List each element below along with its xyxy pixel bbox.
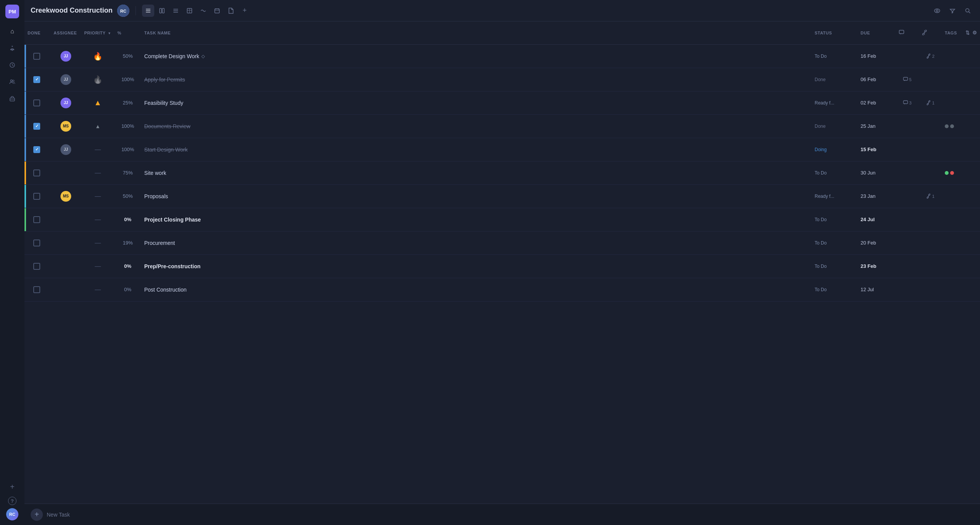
filter-button[interactable] [946,5,959,17]
due-value: 06 Feb [861,77,876,82]
sort-icon[interactable]: ⇅ [965,30,970,36]
svg-point-7 [13,80,14,82]
done-checkbox[interactable] [33,99,40,106]
col-header-assignee[interactable]: ASSIGNEE [51,21,81,44]
cell-status[interactable]: To Do [812,278,858,301]
cell-status[interactable]: To Do [812,254,858,278]
cell-priority: ▲ [81,91,114,114]
cell-assignee [51,254,81,278]
cell-tags [942,68,980,91]
cell-status[interactable]: To Do [812,44,858,68]
cell-status[interactable]: Doing [812,138,858,161]
done-checkbox[interactable] [33,170,40,176]
table-row: —0%Project Closing PhaseTo Do24 Jul [24,208,980,231]
done-checkbox[interactable] [33,123,40,130]
cell-taskname[interactable]: Documents Review [141,114,812,138]
dash-priority-icon: — [95,286,101,293]
calendar-view-button[interactable] [211,5,223,17]
sidebar-item-clock[interactable] [5,58,19,72]
done-checkbox[interactable] [33,240,40,246]
doc-view-button[interactable] [225,5,237,17]
avatar[interactable]: MS [60,191,71,202]
sidebar-item-home[interactable]: ⌂ [5,24,19,38]
filter-settings-icon[interactable]: ⚙ [972,30,977,36]
board-view-button[interactable] [156,5,168,17]
avatar[interactable]: JJ [60,98,71,108]
cell-taskname[interactable]: Apply for Permits [141,68,812,91]
sidebar-item-briefcase[interactable] [5,92,19,106]
col-header-percent[interactable]: % [114,21,141,44]
cell-comment [896,278,919,301]
table-view-button[interactable] [183,5,196,17]
cell-taskname[interactable]: Feasibility Study [141,91,812,114]
cell-status[interactable]: Ready f... [812,91,858,114]
dash-priority-icon: — [95,240,101,246]
done-checkbox[interactable] [33,146,40,153]
cell-comment: 5 [896,68,919,91]
task-name-text: Proposals [144,193,168,199]
app-logo[interactable]: PM [5,5,19,18]
cell-comment [896,184,919,208]
table-row: —0%Prep/Pre-constructionTo Do23 Feb [24,254,980,278]
avatar[interactable]: JJ [60,74,71,85]
cell-tags [942,138,980,161]
status-value: To Do [815,217,826,222]
col-header-status[interactable]: STATUS [812,21,858,44]
col-header-priority[interactable]: PRIORITY ▼ [81,21,114,44]
cell-assignee [51,161,81,184]
due-value: 16 Feb [861,53,876,59]
cell-status[interactable]: To Do [812,161,858,184]
cell-due: 16 Feb [858,44,896,68]
cell-status[interactable]: To Do [812,231,858,254]
done-checkbox[interactable] [33,193,40,200]
done-checkbox[interactable] [33,216,40,223]
table-row: MS▲100%Documents ReviewDone25 Jan [24,114,980,138]
cell-taskname[interactable]: Complete Design Work◇ [141,44,812,68]
task-table-container: DONE ASSIGNEE PRIORITY ▼ % TASK NAME STA… [24,21,980,504]
cell-taskname[interactable]: Post Construction [141,278,812,301]
sidebar-item-help[interactable]: ? [8,497,16,505]
cell-taskname[interactable]: Start Design Work [141,138,812,161]
cell-due: 02 Feb [858,91,896,114]
col-header-taskname[interactable]: TASK NAME [141,21,812,44]
done-checkbox[interactable] [33,263,40,270]
cell-taskname[interactable]: Prep/Pre-construction [141,254,812,278]
avatar[interactable]: JJ [60,144,71,155]
avatar[interactable]: MS [60,121,71,132]
col-header-due[interactable]: DUE [858,21,896,44]
task-name-text: Feasibility Study [144,100,183,106]
due-value: 15 Feb [861,147,876,152]
sidebar-item-notifications[interactable] [5,41,19,55]
topbar-right [931,5,974,17]
project-avatar: RC [117,5,129,17]
cell-link [919,68,942,91]
user-avatar[interactable]: RC [6,508,18,520]
list-view-button[interactable] [142,5,154,17]
project-title: Creekwood Construction [31,7,113,15]
watch-button[interactable] [931,5,943,17]
cell-priority: ▲ [81,114,114,138]
search-button[interactable] [962,5,974,17]
avatar[interactable]: JJ [60,51,71,62]
timeline-view-button[interactable] [197,5,209,17]
cell-taskname[interactable]: Site work [141,161,812,184]
cell-status[interactable]: To Do [812,208,858,231]
cell-status[interactable]: Done [812,114,858,138]
sidebar-item-team[interactable] [5,75,19,89]
add-view-button[interactable]: + [238,5,251,17]
cell-taskname[interactable]: Project Closing Phase [141,208,812,231]
cell-taskname[interactable]: Proposals [141,184,812,208]
cell-status[interactable]: Done [812,68,858,91]
done-checkbox[interactable] [33,286,40,293]
add-task-button[interactable]: + [31,509,43,521]
gantt-view-button[interactable] [170,5,182,17]
sidebar-item-add[interactable]: + [5,480,19,494]
priority-sort-arrow: ▼ [108,31,111,35]
cell-status[interactable]: Ready f... [812,184,858,208]
cell-priority: — [81,138,114,161]
cell-taskname[interactable]: Procurement [141,231,812,254]
done-checkbox[interactable] [33,53,40,60]
done-checkbox[interactable] [33,76,40,83]
task-name-text: Start Design Work [144,147,188,153]
cell-done [24,138,51,161]
